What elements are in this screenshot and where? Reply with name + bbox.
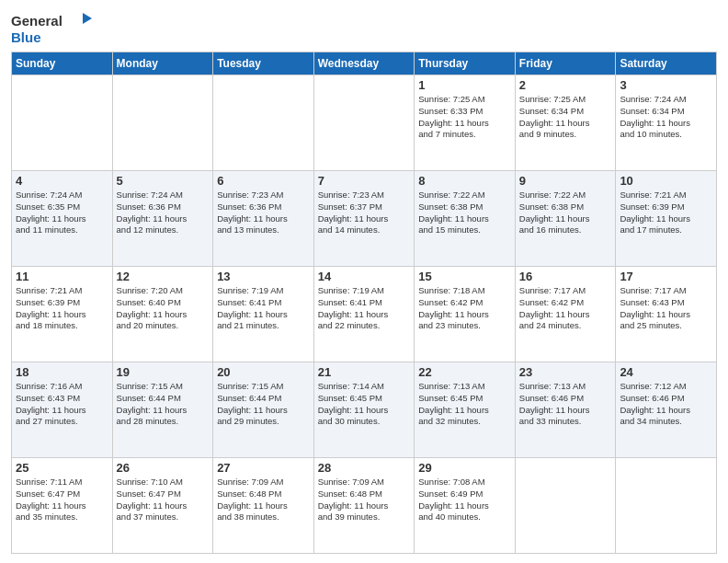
day-cell: 1Sunrise: 7:25 AM Sunset: 6:33 PM Daylig… bbox=[415, 75, 516, 171]
day-cell: 9Sunrise: 7:22 AM Sunset: 6:38 PM Daylig… bbox=[515, 171, 616, 267]
svg-text:General: General bbox=[11, 13, 63, 29]
day-cell: 24Sunrise: 7:12 AM Sunset: 6:46 PM Dayli… bbox=[616, 362, 717, 458]
day-number: 3 bbox=[620, 78, 712, 92]
day-info: Sunrise: 7:08 AM Sunset: 6:49 PM Dayligh… bbox=[418, 477, 511, 523]
logo-svg: General Blue bbox=[11, 9, 94, 46]
day-info: Sunrise: 7:20 AM Sunset: 6:40 PM Dayligh… bbox=[117, 285, 210, 332]
week-row-0: 1Sunrise: 7:25 AM Sunset: 6:33 PM Daylig… bbox=[12, 75, 717, 171]
day-cell: 10Sunrise: 7:21 AM Sunset: 6:39 PM Dayli… bbox=[616, 171, 717, 267]
day-info: Sunrise: 7:11 AM Sunset: 6:47 PM Dayligh… bbox=[16, 477, 108, 523]
day-number: 15 bbox=[418, 270, 511, 283]
day-info: Sunrise: 7:10 AM Sunset: 6:47 PM Dayligh… bbox=[117, 477, 210, 523]
day-cell: 13Sunrise: 7:19 AM Sunset: 6:41 PM Dayli… bbox=[213, 267, 314, 362]
day-info: Sunrise: 7:13 AM Sunset: 6:46 PM Dayligh… bbox=[519, 381, 612, 428]
day-number: 14 bbox=[318, 270, 411, 283]
day-number: 19 bbox=[117, 365, 210, 379]
logo: General Blue bbox=[11, 9, 94, 46]
day-cell bbox=[112, 75, 213, 171]
day-cell: 2Sunrise: 7:25 AM Sunset: 6:34 PM Daylig… bbox=[515, 75, 616, 171]
week-row-2: 11Sunrise: 7:21 AM Sunset: 6:39 PM Dayli… bbox=[12, 267, 717, 362]
day-cell: 5Sunrise: 7:24 AM Sunset: 6:36 PM Daylig… bbox=[112, 171, 213, 267]
header-row: SundayMondayTuesdayWednesdayThursdayFrid… bbox=[12, 52, 717, 75]
day-number: 1 bbox=[418, 78, 511, 92]
day-info: Sunrise: 7:09 AM Sunset: 6:48 PM Dayligh… bbox=[318, 477, 411, 523]
day-number: 7 bbox=[318, 174, 411, 188]
day-info: Sunrise: 7:21 AM Sunset: 6:39 PM Dayligh… bbox=[16, 285, 108, 332]
day-cell: 29Sunrise: 7:08 AM Sunset: 6:49 PM Dayli… bbox=[415, 458, 516, 554]
day-number: 26 bbox=[117, 461, 210, 475]
day-info: Sunrise: 7:23 AM Sunset: 6:37 PM Dayligh… bbox=[318, 190, 411, 236]
day-cell bbox=[12, 75, 113, 171]
day-cell: 26Sunrise: 7:10 AM Sunset: 6:47 PM Dayli… bbox=[112, 458, 213, 554]
day-number: 5 bbox=[117, 174, 210, 188]
calendar-table: SundayMondayTuesdayWednesdayThursdayFrid… bbox=[11, 52, 717, 554]
day-info: Sunrise: 7:15 AM Sunset: 6:44 PM Dayligh… bbox=[217, 381, 310, 428]
week-row-1: 4Sunrise: 7:24 AM Sunset: 6:35 PM Daylig… bbox=[12, 171, 717, 267]
day-info: Sunrise: 7:22 AM Sunset: 6:38 PM Dayligh… bbox=[519, 190, 612, 236]
day-number: 6 bbox=[217, 174, 310, 188]
day-cell: 22Sunrise: 7:13 AM Sunset: 6:45 PM Dayli… bbox=[415, 362, 516, 458]
day-info: Sunrise: 7:19 AM Sunset: 6:41 PM Dayligh… bbox=[318, 285, 411, 332]
day-cell bbox=[515, 458, 616, 554]
day-info: Sunrise: 7:12 AM Sunset: 6:46 PM Dayligh… bbox=[620, 381, 712, 428]
day-number: 18 bbox=[16, 365, 108, 379]
day-number: 9 bbox=[519, 174, 612, 188]
weekday-header-friday: Friday bbox=[515, 52, 616, 75]
week-row-4: 25Sunrise: 7:11 AM Sunset: 6:47 PM Dayli… bbox=[12, 458, 717, 554]
day-number: 24 bbox=[620, 365, 712, 379]
day-info: Sunrise: 7:24 AM Sunset: 6:35 PM Dayligh… bbox=[16, 190, 108, 236]
day-cell: 4Sunrise: 7:24 AM Sunset: 6:35 PM Daylig… bbox=[12, 171, 113, 267]
day-number: 13 bbox=[217, 270, 310, 283]
svg-marker-1 bbox=[83, 13, 92, 24]
day-number: 2 bbox=[519, 78, 612, 92]
day-cell: 15Sunrise: 7:18 AM Sunset: 6:42 PM Dayli… bbox=[415, 267, 516, 362]
day-cell: 11Sunrise: 7:21 AM Sunset: 6:39 PM Dayli… bbox=[12, 267, 113, 362]
day-cell: 25Sunrise: 7:11 AM Sunset: 6:47 PM Dayli… bbox=[12, 458, 113, 554]
day-cell: 8Sunrise: 7:22 AM Sunset: 6:38 PM Daylig… bbox=[415, 171, 516, 267]
day-cell: 21Sunrise: 7:14 AM Sunset: 6:45 PM Dayli… bbox=[313, 362, 415, 458]
header: General Blue bbox=[11, 9, 717, 46]
page: General Blue SundayMondayTuesdayWednesda… bbox=[0, 0, 728, 563]
day-number: 4 bbox=[16, 174, 108, 188]
week-row-3: 18Sunrise: 7:16 AM Sunset: 6:43 PM Dayli… bbox=[12, 362, 717, 458]
day-info: Sunrise: 7:16 AM Sunset: 6:43 PM Dayligh… bbox=[16, 381, 108, 428]
day-info: Sunrise: 7:15 AM Sunset: 6:44 PM Dayligh… bbox=[117, 381, 210, 428]
day-info: Sunrise: 7:09 AM Sunset: 6:48 PM Dayligh… bbox=[217, 477, 310, 523]
day-cell: 3Sunrise: 7:24 AM Sunset: 6:34 PM Daylig… bbox=[616, 75, 717, 171]
day-info: Sunrise: 7:19 AM Sunset: 6:41 PM Dayligh… bbox=[217, 285, 310, 332]
day-cell: 20Sunrise: 7:15 AM Sunset: 6:44 PM Dayli… bbox=[213, 362, 314, 458]
day-info: Sunrise: 7:22 AM Sunset: 6:38 PM Dayligh… bbox=[418, 190, 511, 236]
day-info: Sunrise: 7:18 AM Sunset: 6:42 PM Dayligh… bbox=[418, 285, 511, 332]
day-cell: 23Sunrise: 7:13 AM Sunset: 6:46 PM Dayli… bbox=[515, 362, 616, 458]
weekday-header-tuesday: Tuesday bbox=[213, 52, 314, 75]
day-info: Sunrise: 7:25 AM Sunset: 6:34 PM Dayligh… bbox=[519, 94, 612, 141]
day-number: 10 bbox=[620, 174, 712, 188]
day-info: Sunrise: 7:13 AM Sunset: 6:45 PM Dayligh… bbox=[418, 381, 511, 428]
day-number: 8 bbox=[418, 174, 511, 188]
day-cell bbox=[616, 458, 717, 554]
day-info: Sunrise: 7:24 AM Sunset: 6:36 PM Dayligh… bbox=[117, 190, 210, 236]
day-info: Sunrise: 7:23 AM Sunset: 6:36 PM Dayligh… bbox=[217, 190, 310, 236]
day-number: 28 bbox=[318, 461, 411, 475]
weekday-header-wednesday: Wednesday bbox=[313, 52, 415, 75]
day-info: Sunrise: 7:21 AM Sunset: 6:39 PM Dayligh… bbox=[620, 190, 712, 236]
day-number: 27 bbox=[217, 461, 310, 475]
day-cell: 7Sunrise: 7:23 AM Sunset: 6:37 PM Daylig… bbox=[313, 171, 415, 267]
weekday-header-monday: Monday bbox=[112, 52, 213, 75]
day-number: 20 bbox=[217, 365, 310, 379]
day-info: Sunrise: 7:24 AM Sunset: 6:34 PM Dayligh… bbox=[620, 94, 712, 141]
day-number: 22 bbox=[418, 365, 511, 379]
day-cell: 18Sunrise: 7:16 AM Sunset: 6:43 PM Dayli… bbox=[12, 362, 113, 458]
day-info: Sunrise: 7:25 AM Sunset: 6:33 PM Dayligh… bbox=[418, 94, 511, 141]
day-number: 23 bbox=[519, 365, 612, 379]
day-cell: 16Sunrise: 7:17 AM Sunset: 6:42 PM Dayli… bbox=[515, 267, 616, 362]
day-number: 17 bbox=[620, 270, 712, 283]
day-number: 12 bbox=[117, 270, 210, 283]
day-cell bbox=[213, 75, 314, 171]
day-cell: 6Sunrise: 7:23 AM Sunset: 6:36 PM Daylig… bbox=[213, 171, 314, 267]
day-info: Sunrise: 7:14 AM Sunset: 6:45 PM Dayligh… bbox=[318, 381, 411, 428]
svg-text:Blue: Blue bbox=[11, 29, 41, 45]
day-number: 25 bbox=[16, 461, 108, 475]
weekday-header-sunday: Sunday bbox=[12, 52, 113, 75]
day-number: 21 bbox=[318, 365, 411, 379]
